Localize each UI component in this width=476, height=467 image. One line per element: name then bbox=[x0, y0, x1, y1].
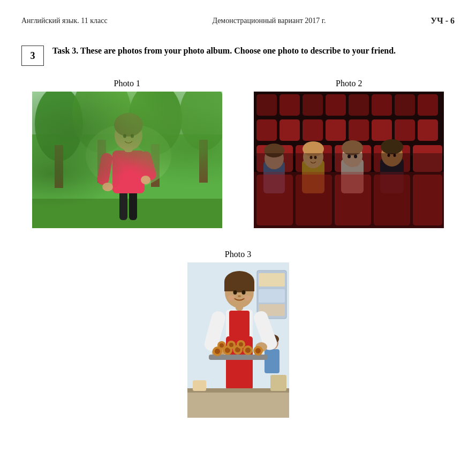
svg-point-10 bbox=[86, 124, 171, 188]
header-left: Английский язык. 11 класс bbox=[21, 17, 108, 25]
svg-rect-70 bbox=[296, 175, 332, 225]
svg-rect-73 bbox=[413, 175, 442, 225]
svg-rect-5 bbox=[97, 140, 106, 183]
svg-rect-117 bbox=[193, 380, 206, 391]
svg-rect-14 bbox=[112, 150, 145, 193]
photo-3-svg bbox=[187, 262, 289, 418]
svg-point-105 bbox=[239, 342, 243, 347]
photo-1-svg bbox=[32, 92, 222, 228]
photo-1-image bbox=[32, 92, 222, 228]
photos-top-grid: Photo 1 bbox=[21, 79, 455, 228]
svg-rect-115 bbox=[187, 391, 289, 418]
svg-rect-76 bbox=[259, 273, 285, 287]
header-right: УЧ - 6 bbox=[430, 16, 455, 26]
task-section: 3 Task 3. These are photos from your pho… bbox=[21, 44, 455, 66]
task-number: 3 bbox=[31, 50, 35, 62]
svg-rect-38 bbox=[326, 119, 346, 141]
svg-rect-0 bbox=[32, 92, 222, 228]
svg-rect-33 bbox=[395, 94, 415, 116]
svg-rect-80 bbox=[265, 349, 279, 373]
svg-rect-11 bbox=[32, 199, 222, 228]
svg-rect-30 bbox=[326, 94, 346, 116]
svg-point-58 bbox=[342, 140, 363, 155]
svg-point-4 bbox=[72, 92, 131, 153]
svg-point-112 bbox=[238, 295, 241, 297]
svg-rect-1 bbox=[32, 134, 222, 228]
svg-point-103 bbox=[229, 343, 233, 347]
task-text: Task 3. These are photos from your photo… bbox=[52, 44, 455, 57]
photo-3-label: Photo 3 bbox=[225, 250, 251, 259]
svg-point-97 bbox=[245, 348, 251, 353]
svg-rect-27 bbox=[256, 94, 277, 116]
svg-rect-31 bbox=[349, 94, 369, 116]
svg-rect-77 bbox=[259, 289, 285, 303]
page: Английский язык. 11 класс Демонстрационн… bbox=[0, 0, 476, 467]
svg-rect-7 bbox=[151, 144, 160, 187]
svg-rect-29 bbox=[303, 94, 323, 116]
photo-3-image bbox=[187, 262, 289, 418]
svg-rect-72 bbox=[374, 175, 410, 225]
svg-rect-35 bbox=[256, 119, 277, 141]
photo-2-item: Photo 2 bbox=[244, 79, 455, 228]
svg-rect-69 bbox=[256, 175, 293, 225]
svg-point-20 bbox=[115, 120, 142, 150]
svg-rect-3 bbox=[55, 145, 63, 188]
svg-point-24 bbox=[131, 134, 134, 138]
photo-2-label: Photo 2 bbox=[336, 79, 362, 88]
photos-bottom-section: Photo 3 bbox=[21, 250, 455, 418]
header-center: Демонстрационный вариант 2017 г. bbox=[212, 17, 326, 25]
svg-rect-118 bbox=[270, 375, 286, 391]
svg-rect-39 bbox=[349, 119, 369, 141]
svg-rect-40 bbox=[372, 119, 392, 141]
svg-rect-16 bbox=[138, 150, 157, 182]
svg-rect-37 bbox=[303, 119, 323, 141]
svg-rect-83 bbox=[229, 311, 250, 337]
svg-rect-36 bbox=[279, 119, 300, 141]
photo-1-item: Photo 1 bbox=[21, 79, 233, 228]
svg-rect-15 bbox=[96, 152, 113, 186]
photo-2-svg bbox=[254, 92, 444, 228]
svg-rect-13 bbox=[129, 191, 137, 220]
svg-point-6 bbox=[129, 92, 182, 155]
svg-point-101 bbox=[220, 343, 224, 348]
svg-point-17 bbox=[102, 183, 113, 191]
svg-rect-19 bbox=[124, 142, 133, 152]
svg-point-18 bbox=[141, 176, 150, 184]
svg-rect-42 bbox=[418, 119, 438, 141]
svg-point-23 bbox=[123, 134, 126, 138]
photo-1-label: Photo 1 bbox=[114, 79, 140, 88]
photo-3-item: Photo 3 bbox=[187, 250, 289, 418]
svg-point-21 bbox=[114, 113, 143, 137]
svg-point-64 bbox=[381, 139, 403, 154]
svg-point-2 bbox=[35, 92, 83, 161]
svg-point-91 bbox=[215, 349, 220, 354]
svg-rect-71 bbox=[335, 175, 371, 225]
svg-rect-41 bbox=[395, 119, 415, 141]
svg-rect-12 bbox=[119, 191, 127, 220]
svg-point-8 bbox=[179, 92, 222, 150]
svg-point-110 bbox=[233, 290, 237, 295]
svg-point-99 bbox=[255, 348, 261, 353]
header: Английский язык. 11 класс Демонстрационн… bbox=[21, 11, 455, 34]
svg-rect-9 bbox=[199, 140, 208, 183]
svg-point-114 bbox=[244, 295, 251, 300]
svg-rect-34 bbox=[418, 94, 438, 116]
svg-point-111 bbox=[241, 290, 245, 295]
photo-2-image bbox=[254, 92, 444, 228]
svg-rect-109 bbox=[224, 282, 254, 291]
svg-rect-28 bbox=[279, 94, 300, 116]
svg-point-22 bbox=[123, 113, 134, 124]
svg-point-113 bbox=[228, 295, 235, 300]
task-number-box: 3 bbox=[21, 46, 44, 66]
svg-rect-32 bbox=[372, 94, 392, 116]
